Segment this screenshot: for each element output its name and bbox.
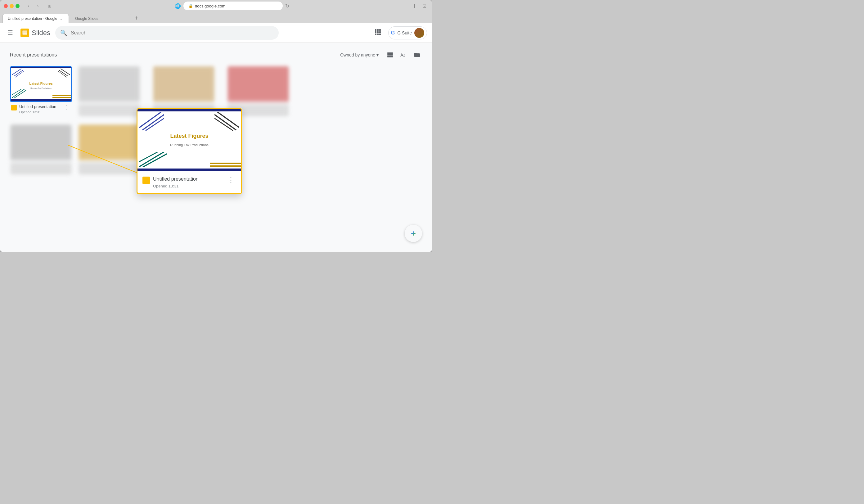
diag-lines-tr-icon — [57, 69, 70, 78]
presentation-card-6 — [78, 124, 140, 175]
menu-button[interactable]: ☰ — [5, 27, 15, 39]
maximize-button[interactable] — [15, 4, 20, 8]
folder-button[interactable] — [412, 50, 422, 60]
section-title: Recent presentations — [10, 52, 57, 58]
gsuite-text: G Suite — [397, 31, 412, 35]
zoomed-diag-tl-icon — [139, 112, 164, 131]
list-view-button[interactable] — [385, 50, 395, 60]
zoomed-green-lines-icon — [139, 152, 167, 167]
header-right: G G Suite — [372, 26, 427, 39]
owned-dropdown[interactable]: Owned by anyone ▾ — [337, 51, 382, 59]
svg-line-16 — [14, 70, 23, 76]
zoomed-slide-title: Latest Figures — [170, 133, 208, 139]
svg-line-28 — [142, 115, 164, 130]
lock-icon: 🔒 — [188, 4, 193, 8]
chevron-down-icon: ▾ — [376, 52, 379, 57]
fab-button[interactable]: + — [405, 225, 422, 242]
add-tab-button[interactable]: + — [135, 15, 139, 23]
slide-bottom-border — [11, 99, 71, 101]
back-button[interactable]: ‹ — [25, 2, 33, 9]
url-text: docs.google.com — [195, 4, 225, 8]
section-controls: Owned by anyone ▾ Az — [337, 50, 422, 60]
nav-buttons: ‹ › — [25, 2, 42, 9]
list-view-icon — [387, 52, 393, 58]
hamburger-icon: ☰ — [8, 29, 13, 37]
svg-line-22 — [14, 90, 26, 98]
main-content: Recent presentations Owned by anyone ▾ — [0, 43, 432, 252]
minimize-button[interactable] — [10, 4, 14, 8]
svg-rect-12 — [387, 54, 393, 56]
address-bar-area: 🌐 🔒 docs.google.com ↻ — [56, 2, 408, 10]
svg-rect-8 — [375, 34, 376, 35]
sort-button[interactable]: Az — [398, 50, 408, 60]
forward-button[interactable]: › — [34, 2, 42, 9]
presentation-card-5 — [10, 124, 72, 175]
svg-line-27 — [139, 112, 161, 128]
zoomed-card[interactable]: Latest Figures Running Fox Productions — [136, 108, 242, 194]
slides-logo[interactable]: Slides — [21, 28, 50, 37]
tab-active[interactable]: Untitled presentation - Google Slides — [2, 14, 69, 23]
search-bar[interactable]: 🔍 — [55, 26, 279, 40]
card-more-button-1[interactable]: ⋮ — [63, 104, 71, 111]
slide-subtitle-1: Running Fox Productions — [31, 87, 51, 89]
reload-button[interactable]: ↻ — [285, 3, 289, 9]
tab-active-label: Untitled presentation - Google Slides — [8, 16, 64, 21]
card-title-1: Untitled presentation — [19, 104, 56, 110]
gsuite-badge[interactable]: G G Suite — [388, 26, 427, 39]
browser-window: ‹ › ⊞ 🌐 🔒 docs.google.com ↻ ⬆ ⊡ Untitled… — [0, 0, 432, 252]
card-thumbnail-1: Latest Figures Running Fox Productions — [10, 66, 72, 102]
apps-icon-button[interactable] — [372, 26, 383, 39]
svg-text:Az: Az — [400, 52, 405, 57]
close-button[interactable] — [4, 4, 8, 8]
blurred-thumb-4 — [227, 66, 289, 102]
svg-rect-9 — [377, 34, 379, 35]
zoomed-card-info-left: Untitled presentation Opened 13:31 — [142, 176, 199, 188]
slides-logo-text: Slides — [32, 29, 50, 37]
svg-rect-2 — [375, 29, 376, 31]
blurred-thumb-2 — [78, 66, 140, 102]
tabs-bar: Untitled presentation - Google Slides Go… — [0, 12, 432, 23]
fab-plus-icon: + — [411, 228, 416, 238]
card-subtitle-1: Opened 13:31 — [19, 110, 56, 114]
zoomed-bottom-border — [137, 169, 241, 171]
card-info-left-1: Untitled presentation Opened 13:31 — [11, 104, 56, 114]
sidebar-toggle-button[interactable]: ⊞ — [46, 2, 54, 9]
share-button[interactable]: ⬆ — [410, 2, 418, 10]
blurred-thumb-3 — [153, 66, 215, 102]
search-input[interactable] — [71, 30, 274, 36]
search-icon[interactable]: 🔍 — [60, 29, 67, 36]
browser-actions: ⬆ ⊡ — [410, 2, 428, 10]
blurred-info-5 — [10, 163, 72, 175]
address-bar[interactable]: 🔒 docs.google.com — [183, 2, 283, 10]
zoomed-thumbnail: Latest Figures Running Fox Productions — [137, 109, 241, 171]
presentation-card-1[interactable]: Latest Figures Running Fox Productions — [10, 66, 72, 117]
slides-file-icon-1 — [11, 105, 17, 110]
zoomed-slide-subtitle: Running Fox Productions — [170, 143, 208, 147]
sort-icon: Az — [400, 52, 407, 58]
tab-inactive-label: Google Slides — [75, 16, 98, 21]
zoomed-slides-icon — [142, 177, 150, 184]
new-tab-button[interactable]: ⊡ — [420, 2, 428, 10]
tab-inactive[interactable]: Google Slides — [70, 14, 132, 23]
owned-label: Owned by anyone — [340, 52, 375, 57]
svg-line-32 — [214, 118, 233, 131]
user-avatar — [414, 28, 424, 38]
slide-title-1: Latest Figures — [29, 82, 52, 85]
svg-line-30 — [218, 112, 239, 128]
blurred-thumb-5 — [10, 124, 72, 160]
zoomed-more-button[interactable]: ⋮ — [226, 176, 236, 184]
card-text-1: Untitled presentation Opened 13:31 — [19, 104, 56, 114]
apps-grid-icon — [375, 29, 381, 35]
gsuite-g-letter: G — [391, 30, 395, 36]
folder-icon — [414, 52, 420, 58]
svg-rect-5 — [375, 31, 376, 33]
svg-line-29 — [146, 118, 164, 131]
svg-rect-7 — [379, 31, 381, 33]
zoomed-top-border — [137, 109, 241, 111]
card-info-1: Untitled presentation Opened 13:31 ⋮ — [10, 102, 72, 116]
presentation-card-2 — [78, 66, 140, 117]
diag-lines-tl-icon — [12, 69, 25, 78]
svg-rect-10 — [379, 34, 381, 35]
svg-rect-11 — [387, 52, 393, 54]
svg-line-19 — [59, 70, 68, 76]
